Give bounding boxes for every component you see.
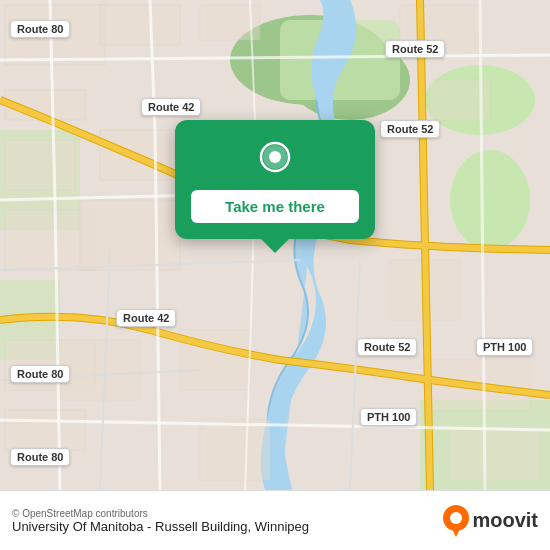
svg-rect-15 — [100, 5, 180, 45]
moovit-icon — [442, 505, 470, 537]
moovit-logo: moovit — [442, 505, 538, 537]
route-label-52b: Route 52 — [380, 120, 440, 138]
svg-rect-18 — [60, 340, 140, 400]
route-label-pth100a: PTH 100 — [476, 338, 533, 356]
route-label-42b: Route 42 — [116, 309, 176, 327]
svg-rect-26 — [450, 430, 540, 480]
moovit-wordmark: moovit — [472, 509, 538, 532]
copyright-text: © OpenStreetMap contributors — [12, 508, 309, 519]
map-container: Route 52 Route 52 Route 52 Route 42 Rout… — [0, 0, 550, 490]
route-label-52c: Route 52 — [357, 338, 417, 356]
location-name: University Of Manitoba - Russell Buildin… — [12, 519, 309, 534]
route-label-80a: Route 80 — [10, 20, 70, 38]
svg-rect-21 — [200, 420, 270, 480]
popup-card: Take me there — [175, 120, 375, 239]
location-pin-icon — [255, 140, 295, 180]
route-label-80c: Route 80 — [10, 448, 70, 466]
take-me-there-button[interactable]: Take me there — [191, 190, 359, 223]
svg-marker-32 — [451, 527, 461, 537]
svg-rect-14 — [5, 410, 85, 450]
route-label-52a: Route 52 — [385, 40, 445, 58]
svg-rect-17 — [80, 200, 180, 270]
route-label-80b: Route 80 — [10, 365, 70, 383]
route-label-42a: Route 42 — [141, 98, 201, 116]
bottom-bar-info: © OpenStreetMap contributors University … — [12, 508, 309, 534]
bottom-bar: © OpenStreetMap contributors University … — [0, 490, 550, 550]
svg-point-28 — [269, 151, 281, 163]
svg-rect-11 — [5, 140, 75, 190]
svg-point-31 — [450, 512, 462, 524]
svg-point-5 — [450, 150, 530, 250]
route-label-pth100b: PTH 100 — [360, 408, 417, 426]
